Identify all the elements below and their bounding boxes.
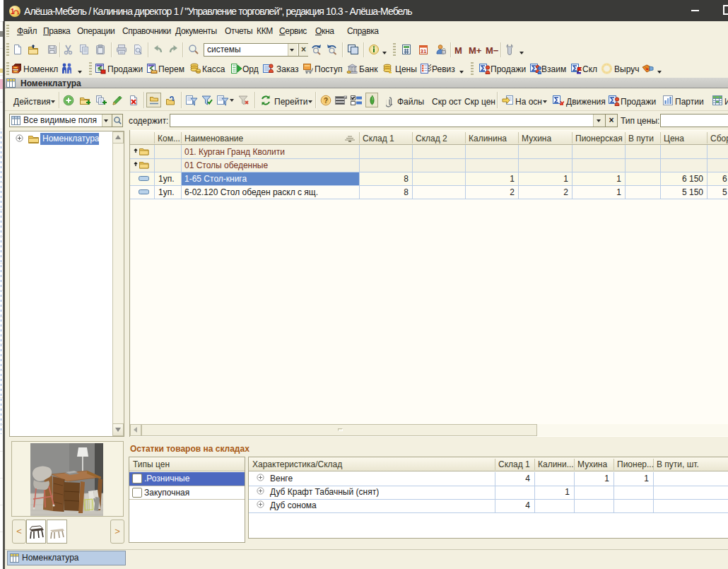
svg-text:31: 31 — [421, 48, 427, 54]
svg-text:?: ? — [324, 97, 328, 105]
